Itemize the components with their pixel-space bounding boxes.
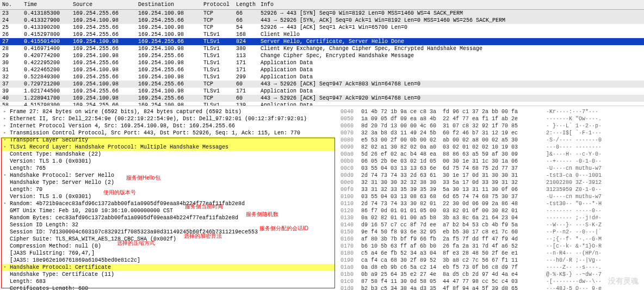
packet-row[interactable]: 250.413390200169.254.255.66169.254.100.9…: [0, 24, 644, 31]
packet-row[interactable]: 310.422465200169.254.100.98169.254.255.6…: [0, 66, 644, 73]
random-bytes: Random Bytes: cec83afd96c1372abb00fa1a09…: [10, 214, 238, 221]
tcp-summary: Transmission Control Protocol, Src Port:…: [10, 129, 300, 137]
gmt-time: GMT Unix Time: Feb 10, 2010 10:36:10.000…: [10, 207, 173, 214]
content-type: Content Type: Handshake (22): [10, 151, 101, 158]
cert-list-length: Certificates Length: 680: [10, 285, 88, 290]
tls-header: Transport Layer Security: [10, 137, 88, 144]
hex-row[interactable]: 007032 3a b8 d3 11 49 24 5b 60 f2 46 b7 …: [340, 129, 644, 137]
packet-row[interactable]: 370.729721200169.254.100.98169.254.255.6…: [0, 81, 644, 88]
hex-row[interactable]: 010003 55 04 03 13 08 63 68 6d 65 74 74 …: [340, 193, 644, 200]
collapse-icon[interactable]: ▾: [2, 144, 8, 150]
hex-row[interactable]: 01102d 74 73 74 33 30 82 01 22 30 0d 06 …: [340, 200, 644, 207]
packet-list[interactable]: No.TimeSourceDestinationProtocolLengthIn…: [0, 0, 644, 106]
hex-dump[interactable]: 004001 4b 72 1b 9a ce c8 3a fd 96 c1 37 …: [337, 106, 644, 290]
hex-row[interactable]: 0160af 80 3b 7b bf f9 66 fb 2a f5 7f dd …: [340, 236, 644, 243]
cert-type: Handshake Type: Certificate (11): [10, 271, 114, 278]
expand-icon[interactable]: ▸: [2, 130, 8, 135]
packet-row[interactable]: 280.416971400169.254.255.66169.254.100.9…: [0, 45, 644, 52]
hex-row[interactable]: 01c087 58 f4 11 30 0d 58 05 44 47 77 98 …: [340, 278, 644, 285]
hex-row[interactable]: 00b006 05 2b 0e 03 02 1d 05 00 30 1e 31 …: [340, 158, 644, 165]
tls-record: TLSv1 Record Layer: Handshake Protocol: …: [10, 144, 228, 151]
packet-row[interactable]: 300.422295200169.254.255.66169.254.100.9…: [0, 59, 644, 66]
packet-details[interactable]: ▸Frame 27: 824 bytes on wire (6592 bits)…: [0, 106, 337, 290]
collapse-icon[interactable]: ▾: [2, 264, 8, 270]
hex-row[interactable]: 0180c5 a4 6e fb 52 34 a3 04 8f e3 28 48 …: [340, 250, 644, 257]
ann-cipher: 选择的加密算法: [184, 232, 222, 239]
hs-type: Handshake Type: Server Hello (2): [10, 179, 114, 186]
ann-version: 使用的版本号: [103, 189, 136, 196]
collapse-icon[interactable]: ▾: [2, 201, 8, 206]
ann-server-hello: 服务侧Hello包: [126, 174, 160, 181]
expand-icon[interactable]: ▸: [2, 116, 8, 121]
certificate: Handshake Protocol: Certificate: [10, 264, 111, 271]
packet-row[interactable]: 320.522849300169.254.255.66169.254.100.9…: [0, 73, 644, 81]
hex-row[interactable]: 01509e f4 50 f8 93 6e 32 95 eb b5 30 17 …: [340, 229, 644, 236]
hex-row[interactable]: 0190ca f4 ca 68 30 2f 89 52 3b a8 c2 7c …: [340, 257, 644, 264]
ja3s-fullstring: [JA3S Fullstring: 769,47,]: [10, 250, 95, 257]
hex-row[interactable]: 0140d9 16 57 c7 cc 8f 7d ee a7 b2 b4 53 …: [340, 221, 644, 229]
hex-row[interactable]: 01b00b a9 25 64 35 e2 27 4e 8a d5 cb 2d …: [340, 271, 644, 278]
cert-length: Length: 683: [10, 278, 46, 285]
packet-row[interactable]: 401.228941700169.254.100.98169.254.255.6…: [0, 95, 644, 102]
record-length: Length: 765: [10, 165, 46, 172]
frame-summary: Frame 27: 824 bytes on wire (6592 bits),…: [10, 108, 242, 115]
packet-row[interactable]: 584.515798300169.254.255.66169.254.100.9…: [0, 102, 644, 106]
packet-row[interactable]: 270.415501400169.254.100.98169.254.255.6…: [0, 38, 644, 45]
packet-header: No.TimeSourceDestinationProtocolLengthIn…: [0, 0, 644, 10]
ann-random: 服务侧随机数: [246, 211, 278, 218]
ann-session: 服务侧分配的会话ID: [259, 225, 308, 232]
hex-row[interactable]: 004001 4b 72 1b 9a ce c8 3a fd 96 c1 37 …: [340, 108, 644, 115]
hex-row[interactable]: 00501a 09 05 df 09 ea a8 4b 22 4f 77 ea …: [340, 115, 644, 122]
hex-row[interactable]: 00d02d 74 73 74 33 2d 63 61 30 1e 17 0d …: [340, 172, 644, 179]
compression: Compression Method: null (0): [10, 243, 101, 250]
eth-summary: Ethernet II, Src: Dell_22:54:9e (00:22:1…: [10, 115, 307, 122]
collapse-icon[interactable]: ▾: [2, 137, 8, 143]
server-hello: Handshake Protocol: Server Hello: [10, 172, 114, 179]
hex-row[interactable]: 009082 02 a1 30 82 02 0a a0 03 02 01 02 …: [340, 144, 644, 151]
hex-row[interactable]: 00608d 20 7d 13 00 00 4c 60 31 07 c8 32 …: [340, 122, 644, 129]
hex-row[interactable]: 012086 f7 0d 01 01 01 05 00 03 82 01 0f …: [340, 207, 644, 214]
packet-row[interactable]: 290.420774200169.254.100.98169.254.255.6…: [0, 52, 644, 59]
hex-row[interactable]: 01d0b2 b3 c5 34 38 4a d3 35 4f 8f 94 a4 …: [340, 285, 644, 290]
expand-icon[interactable]: ▸: [2, 109, 8, 114]
sid-length: Session ID Length: 32: [10, 221, 78, 229]
ann-compression: 选择的压缩方式: [117, 239, 155, 246]
hex-row[interactable]: 0080e5 53 00 2f 00 0b 00 02 ab 00 02 a8 …: [340, 137, 644, 144]
packet-row[interactable]: 230.413185300169.254.255.66169.254.100.9…: [0, 10, 644, 17]
hex-row[interactable]: 01a00a d8 eb 9b c6 5a c2 14 eb f5 73 0f …: [340, 264, 644, 271]
packet-row[interactable]: 240.413327900169.254.100.98169.254.255.6…: [0, 17, 644, 24]
hex-row[interactable]: 00c003 55 04 03 13 13 63 6e 6d 75 74 68 …: [340, 165, 644, 172]
ann-time: 服务侧当前时间: [185, 203, 223, 210]
packet-row[interactable]: 391.021744500169.254.255.66169.254.100.9…: [0, 88, 644, 95]
hex-row[interactable]: 00f033 31 32 33 35 39 35 39 5a 30 13 31 …: [340, 186, 644, 193]
watermark: 没有灵魂: [608, 276, 639, 286]
record-version: Version: TLS 1.0 (0x0301): [10, 158, 91, 165]
hex-row[interactable]: 0170b6 10 5b 63 ff af 6b b0 26 fa 2a 31 …: [340, 243, 644, 250]
collapse-icon[interactable]: ▾: [2, 172, 8, 178]
packet-row[interactable]: 260.415297800169.254.255.66169.254.100.9…: [0, 31, 644, 38]
ja3s: [JA3S: 18e962e106761869a61045bed0e81c2c]: [10, 257, 140, 264]
hex-row[interactable]: 00e032 31 30 30 32 32 38 30 33 5a 17 0d …: [340, 179, 644, 186]
hs-length: Length: 70: [10, 186, 42, 193]
hex-row[interactable]: 01300a 02 82 01 01 00 a5 b8 3b a3 8c 6a …: [340, 214, 644, 221]
hex-row[interactable]: 00a05d 26 ef 02 ac b4 48 ea 88 86 63 a5 …: [340, 151, 644, 158]
hs-version: Version: TLS 1.0 (0x0301): [10, 193, 91, 200]
ip-summary: Internet Protocol Version 4, Src: 169.25…: [10, 122, 235, 129]
expand-icon[interactable]: ▸: [2, 123, 8, 128]
